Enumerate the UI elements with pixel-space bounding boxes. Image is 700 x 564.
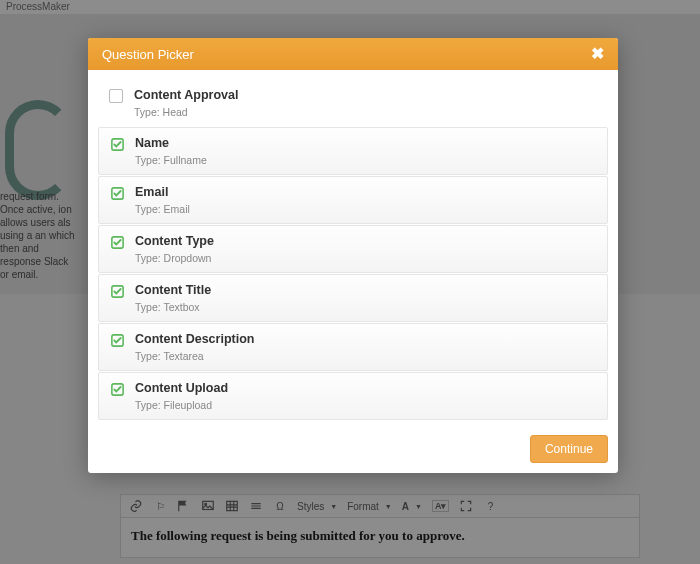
question-item-content-upload[interactable]: Content Upload Type: Fileupload (98, 372, 608, 420)
modal-header: Question Picker ✖ (88, 38, 618, 70)
question-type: Type: Textbox (135, 301, 601, 313)
question-title: Content Type (135, 234, 601, 248)
question-item-content-type[interactable]: Content Type Type: Dropdown (98, 225, 608, 273)
question-item-content-description[interactable]: Content Description Type: Textarea (98, 323, 608, 371)
question-title: Content Title (135, 283, 601, 297)
question-title: Content Approval (134, 88, 602, 102)
checkbox-checked-icon[interactable] (105, 185, 129, 215)
checkbox-checked-icon[interactable] (105, 136, 129, 166)
question-item-head[interactable]: Content Approval Type: Head (98, 80, 608, 126)
close-icon[interactable]: ✖ (591, 46, 604, 62)
question-type: Type: Dropdown (135, 252, 601, 264)
question-title: Name (135, 136, 601, 150)
checkbox-checked-icon[interactable] (105, 283, 129, 313)
question-title: Content Upload (135, 381, 601, 395)
question-item-email[interactable]: Email Type: Email (98, 176, 608, 224)
question-item-name[interactable]: Name Type: Fullname (98, 127, 608, 175)
continue-button[interactable]: Continue (530, 435, 608, 463)
question-type: Type: Textarea (135, 350, 601, 362)
question-title: Content Description (135, 332, 601, 346)
question-type: Type: Fullname (135, 154, 601, 166)
question-item-content-title[interactable]: Content Title Type: Textbox (98, 274, 608, 322)
question-type: Type: Head (134, 106, 602, 118)
modal-title: Question Picker (102, 47, 194, 62)
question-picker-modal: Question Picker ✖ Content Approval Type:… (88, 38, 618, 473)
modal-footer: Continue (88, 427, 618, 473)
checkbox-checked-icon[interactable] (105, 234, 129, 264)
question-type: Type: Fileupload (135, 399, 601, 411)
checkbox-unchecked[interactable] (104, 88, 128, 118)
question-title: Email (135, 185, 601, 199)
question-type: Type: Email (135, 203, 601, 215)
checkbox-checked-icon[interactable] (105, 332, 129, 362)
modal-body: Content Approval Type: Head Name Type: F… (88, 70, 618, 427)
checkbox-checked-icon[interactable] (105, 381, 129, 411)
